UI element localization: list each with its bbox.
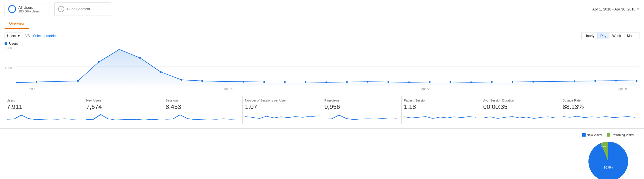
date-range-picker[interactable]: Apr 1, 2018 - Apr 30, 2018 ▼ [592, 7, 639, 11]
metric-label-avg-session: Avg. Session Duration [483, 99, 556, 102]
metric-card-bounce-rate: Bounce Rate 88.13% [560, 96, 639, 124]
metric-card-sessions: Sessions 8,453 [163, 96, 243, 124]
metric-value-sessions: 8,453 [166, 103, 238, 111]
legend-dot-users [5, 42, 7, 45]
select-metric-link[interactable]: Select a metric [33, 34, 56, 38]
metric-label-users: Users [7, 99, 79, 102]
svg-point-20 [367, 81, 368, 83]
svg-point-23 [429, 81, 431, 83]
legend-square-new-visitor [582, 133, 586, 137]
svg-point-12 [201, 80, 203, 82]
chart-legend: Users [5, 42, 639, 46]
add-segment-button[interactable]: + + Add Segment [54, 2, 111, 16]
metric-card-pageviews: Pageviews 9,956 [322, 96, 402, 124]
metric-value-users: 7,911 [7, 103, 79, 111]
tab-overview[interactable]: Overview [5, 18, 29, 29]
time-btn-month[interactable]: Month [624, 33, 639, 39]
metric-value-pageviews: 9,956 [325, 103, 397, 111]
svg-point-32 [615, 80, 617, 81]
metric-selector: Users ▼ VS. Select a metric [5, 33, 56, 39]
y-axis-labels: 2,000 1,000 [5, 47, 16, 86]
y-axis-mid: 1,000 [5, 66, 16, 70]
x-label-apr8: Apr 8 [29, 87, 35, 90]
y-axis-top: 2,000 [5, 47, 16, 50]
svg-point-29 [553, 81, 555, 82]
metric-value-avg-session: 00:00:35 [483, 103, 556, 111]
top-bar: All Users 100.00% Users + + Add Segment … [0, 0, 644, 18]
time-btn-week[interactable]: Week [609, 33, 624, 39]
x-axis-labels: Apr 8 Apr 15 Apr 22 Apr 29 [16, 86, 639, 92]
sparkline-pageviews [325, 112, 397, 121]
legend-label-users: Users [9, 42, 18, 46]
pie-section: New Visitor Returning Visitor 93.8% [577, 133, 639, 179]
svg-point-26 [491, 81, 493, 83]
metric-label-bounce-rate: Bounce Rate [563, 99, 635, 102]
svg-point-19 [346, 81, 348, 83]
time-buttons: Hourly Day Week Month [582, 33, 639, 39]
add-segment-label: + Add Segment [67, 7, 90, 11]
svg-point-22 [408, 81, 410, 83]
metric-dropdown-label: Users [7, 34, 16, 38]
x-label-apr15: Apr 15 [224, 87, 232, 90]
metric-value-bounce-rate: 88.13% [563, 103, 635, 111]
svg-point-9 [139, 57, 141, 59]
date-range-arrow-icon: ▼ [637, 8, 639, 11]
svg-point-5 [56, 81, 58, 82]
chart-section: Users ▼ VS. Select a metric Hourly Day W… [0, 29, 644, 92]
time-btn-day[interactable]: Day [597, 33, 609, 39]
metric-card-new-users: New Users 7,674 [84, 96, 163, 124]
x-label-apr29: Apr 29 [618, 87, 627, 90]
metric-card-sessions-per-user: Number of Sessions per User 1.07 [243, 96, 322, 124]
pie-chart: 93.8% 6.2% [586, 139, 631, 179]
tabs-bar: Overview [0, 18, 644, 29]
metric-card-users: Users 7,911 [5, 96, 84, 124]
metric-label-pageviews: Pageviews [325, 99, 397, 102]
svg-text:93.8%: 93.8% [604, 166, 613, 169]
sparkline-sessions [166, 112, 238, 121]
x-label-apr22: Apr 22 [421, 87, 429, 90]
svg-point-13 [222, 81, 224, 82]
svg-point-24 [450, 81, 451, 83]
svg-point-30 [574, 80, 575, 82]
segment-name: All Users [18, 5, 40, 10]
svg-point-17 [305, 81, 306, 83]
legend-label-new-visitor: New Visitor [587, 133, 602, 137]
segment-percentage: 100.00% Users [18, 10, 40, 13]
sparkline-avg-session [483, 112, 556, 121]
svg-point-11 [181, 79, 182, 81]
svg-point-15 [263, 81, 265, 83]
legend-square-returning-visitor [607, 133, 610, 137]
metric-label-pages-session: Pages / Session [404, 99, 476, 102]
svg-text:6.2%: 6.2% [601, 145, 607, 148]
time-btn-hourly[interactable]: Hourly [581, 33, 598, 39]
metrics-row: Users 7,911 New Users 7,674 Sessions 8,4… [0, 92, 644, 129]
add-segment-icon: + [58, 6, 64, 12]
svg-point-31 [594, 80, 596, 82]
metric-value-new-users: 7,674 [86, 103, 158, 111]
sparkline-users [7, 112, 79, 121]
sparkline-new-users [86, 112, 158, 121]
metric-card-avg-session: Avg. Session Duration 00:00:35 [481, 96, 560, 124]
svg-point-7 [98, 61, 99, 63]
all-users-segment[interactable]: All Users 100.00% Users [5, 3, 50, 15]
metric-value-sessions-per-user: 1.07 [245, 103, 317, 111]
svg-point-16 [284, 81, 286, 83]
svg-point-10 [160, 71, 162, 73]
svg-point-28 [532, 81, 534, 83]
date-range-text: Apr 1, 2018 - Apr 30, 2018 [592, 7, 636, 11]
svg-point-33 [636, 80, 637, 82]
chart-controls: Users ▼ VS. Select a metric Hourly Day W… [5, 33, 639, 39]
vs-label: VS. [25, 34, 31, 38]
svg-point-6 [77, 80, 79, 82]
metric-dropdown[interactable]: Users ▼ [5, 33, 23, 39]
legend-label-returning-visitor: Returning Visitor [611, 133, 634, 137]
metric-value-pages-session: 1.18 [404, 103, 476, 111]
svg-point-4 [36, 81, 37, 83]
pie-legend: New Visitor Returning Visitor [582, 133, 635, 137]
chart-svg [16, 47, 639, 86]
legend-returning-visitor: Returning Visitor [607, 133, 634, 137]
svg-point-8 [118, 49, 120, 50]
segment-icon [8, 5, 16, 13]
metric-label-new-users: New Users [86, 99, 158, 102]
metric-label-sessions: Sessions [166, 99, 238, 102]
